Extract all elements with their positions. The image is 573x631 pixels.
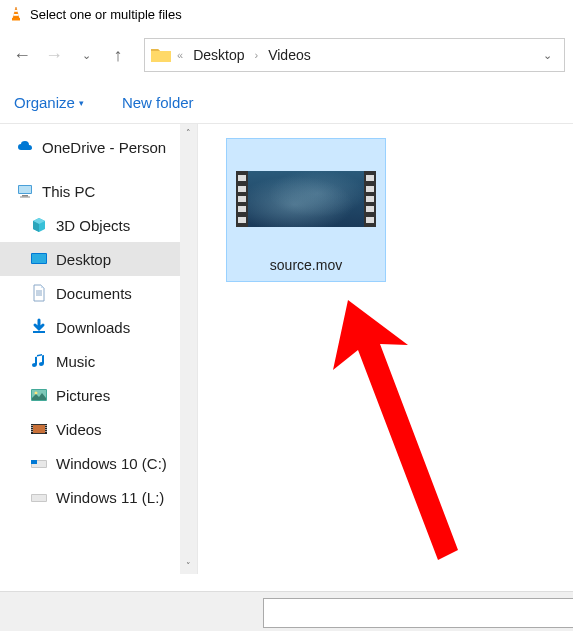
tree-pictures[interactable]: Pictures xyxy=(0,378,197,412)
tree-videos[interactable]: Videos xyxy=(0,412,197,446)
tree-documents[interactable]: Documents xyxy=(0,276,197,310)
chevron-down-icon: ▾ xyxy=(79,98,84,108)
filename-input[interactable] xyxy=(263,598,573,628)
svg-rect-32 xyxy=(32,495,46,501)
svg-rect-17 xyxy=(33,425,45,433)
up-button[interactable]: ↑ xyxy=(104,41,132,69)
sidebar: OneDrive - Person This PC 3D Objects Des xyxy=(0,124,198,574)
tree-drive-c[interactable]: Windows 10 (C:) xyxy=(0,446,197,480)
svg-rect-26 xyxy=(45,429,46,430)
vlc-icon xyxy=(8,6,24,22)
tree-drive-l[interactable]: Windows 11 (L:) xyxy=(0,480,197,514)
history-dropdown[interactable]: ⌄ xyxy=(72,41,100,69)
organize-label: Organize xyxy=(14,94,75,111)
new-folder-button[interactable]: New folder xyxy=(122,94,194,111)
forward-button[interactable]: → xyxy=(40,41,68,69)
back-button[interactable]: ← xyxy=(8,41,36,69)
download-icon xyxy=(30,318,48,336)
svg-rect-24 xyxy=(45,425,46,426)
svg-rect-27 xyxy=(45,431,46,432)
file-item-selected[interactable]: source.mov xyxy=(226,138,386,282)
breadcrumb-desktop[interactable]: Desktop xyxy=(189,47,248,63)
address-dropdown[interactable]: ⌄ xyxy=(537,49,558,62)
scroll-down-icon[interactable]: ˅ xyxy=(180,557,197,574)
svg-rect-2 xyxy=(13,14,18,16)
annotation-arrow-icon xyxy=(308,290,468,570)
chevron-right-icon: › xyxy=(254,49,258,61)
desktop-icon xyxy=(30,250,48,268)
breadcrumb-videos[interactable]: Videos xyxy=(264,47,315,63)
organize-button[interactable]: Organize ▾ xyxy=(14,94,84,111)
file-pane[interactable]: source.mov xyxy=(198,124,573,574)
folder-icon xyxy=(151,47,171,63)
svg-rect-1 xyxy=(14,10,18,12)
tree-label: Videos xyxy=(56,421,102,438)
tree-label: Documents xyxy=(56,285,132,302)
drive-icon xyxy=(30,488,48,506)
address-bar[interactable]: « Desktop › Videos ⌄ xyxy=(144,38,565,72)
svg-rect-0 xyxy=(12,18,20,21)
tree-label: This PC xyxy=(42,183,95,200)
computer-icon xyxy=(16,182,34,200)
navigation-row: ← → ⌄ ↑ « Desktop › Videos ⌄ xyxy=(0,28,573,82)
svg-rect-5 xyxy=(22,195,28,197)
svg-rect-23 xyxy=(31,431,32,432)
tree-label: Pictures xyxy=(56,387,110,404)
svg-rect-6 xyxy=(20,197,30,198)
scroll-up-icon[interactable]: ˄ xyxy=(180,124,197,141)
tree-downloads[interactable]: Downloads xyxy=(0,310,197,344)
tree-label: Windows 10 (C:) xyxy=(56,455,167,472)
file-name: source.mov xyxy=(270,257,342,273)
pictures-icon xyxy=(30,386,48,404)
svg-rect-30 xyxy=(31,460,37,464)
tree-label: Windows 11 (L:) xyxy=(56,489,164,506)
tree-thispc[interactable]: This PC xyxy=(0,174,197,208)
sidebar-scrollbar[interactable]: ˄ ˅ xyxy=(180,124,197,574)
music-icon xyxy=(30,352,48,370)
bottom-bar xyxy=(0,591,573,631)
tree-label: 3D Objects xyxy=(56,217,130,234)
tree-music[interactable]: Music xyxy=(0,344,197,378)
breadcrumb-sep-icon: « xyxy=(177,49,183,61)
tree-label: Downloads xyxy=(56,319,130,336)
svg-rect-22 xyxy=(31,429,32,430)
tree-desktop[interactable]: Desktop xyxy=(0,242,197,276)
svg-rect-25 xyxy=(45,427,46,428)
drive-icon xyxy=(30,454,48,472)
tree-label: Desktop xyxy=(56,251,111,268)
window-title: Select one or multiple files xyxy=(30,7,182,22)
cloud-icon xyxy=(16,138,34,156)
new-folder-label: New folder xyxy=(122,94,194,111)
tree-onedrive[interactable]: OneDrive - Person xyxy=(0,130,197,164)
svg-rect-21 xyxy=(31,427,32,428)
toolbar: Organize ▾ New folder xyxy=(0,82,573,124)
titlebar: Select one or multiple files xyxy=(0,0,573,28)
main-area: OneDrive - Person This PC 3D Objects Des xyxy=(0,124,573,574)
svg-rect-8 xyxy=(32,254,46,263)
videos-icon xyxy=(30,420,48,438)
tree-label: Music xyxy=(56,353,95,370)
svg-rect-4 xyxy=(19,186,31,193)
tree-label: OneDrive - Person xyxy=(42,139,166,156)
tree-3dobjects[interactable]: 3D Objects xyxy=(0,208,197,242)
svg-rect-20 xyxy=(31,425,32,426)
video-thumbnail xyxy=(236,147,376,247)
document-icon xyxy=(30,284,48,302)
cube-icon xyxy=(30,216,48,234)
